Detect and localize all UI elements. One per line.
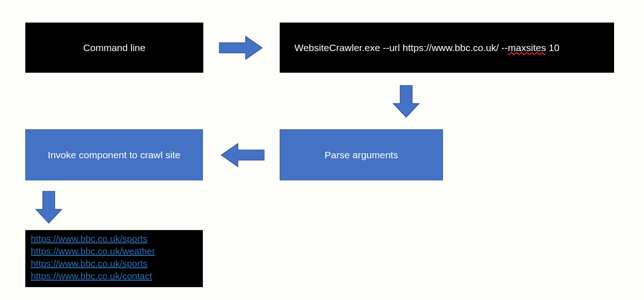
- cmd-prefix: WebsiteCrawler.exe --url https://www.bbc…: [294, 42, 508, 53]
- arrow-down-1: [392, 85, 420, 118]
- arrow-right-1: [219, 35, 263, 60]
- arrow-left-1: [220, 143, 264, 167]
- node-command-example: WebsiteCrawler.exe --url https://www.bbc…: [280, 23, 614, 73]
- cmd-squiggle: maxsites: [508, 42, 546, 53]
- output-url-link[interactable]: https://www.bbc.co.uk/sports: [31, 258, 147, 270]
- svg-marker-1: [393, 85, 419, 117]
- node-output-urls: https://www.bbc.co.uk/sportshttps://www.…: [25, 230, 203, 287]
- node-parse-arguments-label: Parse arguments: [325, 150, 398, 161]
- svg-marker-2: [221, 144, 264, 167]
- svg-marker-0: [219, 36, 262, 59]
- arrow-down-2: [35, 191, 63, 224]
- node-invoke-component: Invoke component to crawl site: [25, 129, 203, 180]
- output-url-link[interactable]: https://www.bbc.co.uk/contact: [31, 270, 152, 283]
- node-parse-arguments: Parse arguments: [280, 129, 443, 180]
- node-command-example-text: WebsiteCrawler.exe --url https://www.bbc…: [294, 42, 559, 53]
- node-invoke-component-label: Invoke component to crawl site: [48, 150, 180, 161]
- output-url-link[interactable]: https://www.bbc.co.uk/sports: [31, 233, 147, 245]
- output-url-link[interactable]: https://www.bbc.co.uk/weather: [31, 245, 155, 258]
- node-command-line: Command line: [25, 23, 203, 73]
- node-command-line-label: Command line: [83, 42, 145, 53]
- svg-marker-3: [36, 191, 62, 223]
- cmd-suffix: 10: [546, 42, 559, 53]
